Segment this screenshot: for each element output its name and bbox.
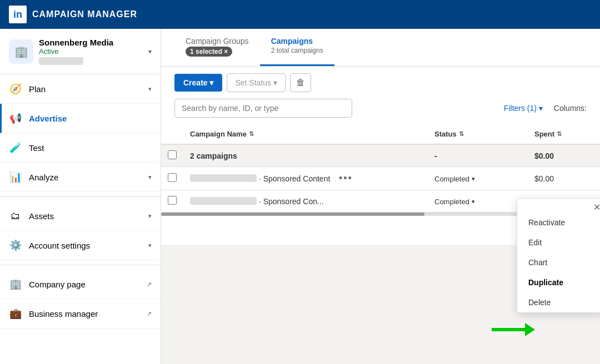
- account-id-blurred: [39, 57, 83, 65]
- row2-name-blurred: [190, 197, 257, 205]
- tab-campaigns-sub: 2 total campaigns: [271, 47, 323, 54]
- th-status[interactable]: Status ⇅: [428, 124, 528, 144]
- context-item-reactivate[interactable]: Reactivate: [517, 213, 600, 232]
- filters-label: Filters (1) ▾: [504, 104, 543, 113]
- account-name: Sonnenberg Media: [39, 38, 143, 47]
- analyze-chevron-icon: ▾: [148, 174, 152, 181]
- nav-divider-2: [0, 265, 161, 265]
- app-logo: in CAMPAIGN MANAGER: [9, 6, 137, 23]
- app-title: CAMPAIGN MANAGER: [32, 9, 137, 19]
- tab-campaign-groups[interactable]: Campaign Groups 1 selected ×: [174, 29, 260, 66]
- sidebar-item-label-plan: Plan: [29, 84, 142, 94]
- arrow-line: [492, 328, 525, 331]
- row1-status-chevron-icon[interactable]: ▾: [472, 175, 475, 183]
- toolbar: Create ▾ Set Status ▾ 🗑: [161, 67, 600, 99]
- columns-label: Columns:: [554, 104, 587, 113]
- advertise-icon: 📢: [9, 112, 22, 125]
- sidebar-item-label-business-manager: Business manager: [29, 309, 140, 318]
- plan-chevron-icon: ▾: [148, 85, 152, 93]
- business-manager-icon: 💼: [9, 307, 22, 320]
- sort-icon-spent: ⇅: [557, 130, 562, 138]
- campaign-groups-selected-badge: 1 selected ×: [186, 47, 232, 57]
- main-layout: 🏢 Sonnenberg Media Active ▾ 🧭 Plan ▾ 📢 A…: [0, 29, 600, 364]
- search-bar-row: Filters (1) ▾ Columns:: [161, 99, 600, 124]
- sidebar-item-plan[interactable]: 🧭 Plan ▾: [0, 74, 161, 104]
- row1-status-cell: Completed ▾: [428, 167, 528, 190]
- sidebar-item-label-advertise: Advertise: [29, 114, 152, 123]
- context-item-delete[interactable]: Delete: [517, 292, 600, 312]
- top-nav: in CAMPAIGN MANAGER: [0, 0, 600, 29]
- table-row: · Sponsored Content ••• Completed ▾ $0.0…: [161, 167, 600, 190]
- sidebar: 🏢 Sonnenberg Media Active ▾ 🧭 Plan ▾ 📢 A…: [0, 29, 161, 364]
- sidebar-item-assets[interactable]: 🗂 Assets ▾: [0, 201, 161, 231]
- row2-status-chevron-icon[interactable]: ▾: [472, 198, 475, 205]
- sidebar-item-test[interactable]: 🧪 Test: [0, 133, 161, 163]
- row1-spent: $0.00: [528, 167, 600, 190]
- th-checkbox: [161, 124, 183, 144]
- sidebar-item-business-manager[interactable]: 💼 Business manager ↗: [0, 299, 161, 328]
- green-arrow: [492, 323, 535, 336]
- account-status: Active: [39, 47, 143, 55]
- sidebar-item-account-settings[interactable]: ⚙️ Account settings ▾: [0, 231, 161, 260]
- create-button[interactable]: Create ▾: [174, 74, 222, 92]
- tab-campaign-groups-label: Campaign Groups: [186, 37, 249, 46]
- account-section: 🏢 Sonnenberg Media Active ▾: [0, 29, 161, 74]
- row1-checkbox[interactable]: [168, 173, 177, 182]
- account-avatar: 🏢: [9, 39, 33, 64]
- tab-campaigns[interactable]: Campaigns 2 total campaigns: [260, 29, 334, 66]
- sidebar-item-label-assets: Assets: [29, 211, 142, 221]
- th-campaign-name[interactable]: Campaign Name ⇅: [183, 124, 428, 144]
- group-row-name: 2 campaigns: [183, 144, 428, 167]
- company-page-icon: 🏢: [9, 277, 22, 291]
- account-settings-icon: ⚙️: [9, 239, 22, 252]
- row1-name-blurred: [190, 174, 257, 182]
- row1-type: · Sponsored Content: [259, 174, 330, 183]
- account-settings-chevron-icon: ▾: [148, 242, 152, 249]
- context-close-button[interactable]: ✕: [593, 202, 600, 213]
- analyze-icon: 📊: [9, 170, 22, 184]
- sidebar-item-label-company-page: Company page: [29, 280, 140, 289]
- test-icon: 🧪: [9, 141, 22, 154]
- assets-chevron-icon: ▾: [148, 213, 152, 220]
- tabs-bar: Campaign Groups 1 selected × Campaigns 2…: [161, 29, 600, 67]
- table-group-row: 2 campaigns - $0.00: [161, 144, 600, 167]
- group-checkbox[interactable]: [168, 150, 177, 159]
- row1-status-badge: Completed ▾: [434, 175, 475, 183]
- sidebar-item-advertise[interactable]: 📢 Advertise: [0, 104, 161, 133]
- set-status-button[interactable]: Set Status ▾: [227, 73, 285, 92]
- delete-icon: 🗑: [296, 78, 305, 87]
- sort-icon-name: ⇅: [249, 130, 254, 138]
- context-menu-header: ✕: [517, 199, 600, 213]
- sidebar-item-label-account-settings: Account settings: [29, 241, 142, 250]
- content-area: Campaign Groups 1 selected × Campaigns 2…: [161, 29, 600, 364]
- context-item-chart[interactable]: Chart: [517, 252, 600, 272]
- filters-button[interactable]: Filters (1) ▾: [504, 104, 543, 113]
- company-page-external-icon: ↗: [147, 281, 152, 288]
- row2-status-cell: Completed ▾: [428, 190, 528, 213]
- th-spent[interactable]: Spent ⇅: [528, 124, 600, 144]
- search-input[interactable]: [174, 99, 352, 118]
- sidebar-item-analyze[interactable]: 📊 Analyze ▾: [0, 163, 161, 192]
- row2-name-cell: · Sponsored Con...: [183, 190, 428, 213]
- sidebar-item-company-page[interactable]: 🏢 Company page ↗: [0, 270, 161, 299]
- tab-campaigns-label: Campaigns: [271, 37, 323, 46]
- account-chevron-icon[interactable]: ▾: [148, 48, 152, 55]
- sidebar-item-label-analyze: Analyze: [29, 173, 142, 182]
- plan-icon: 🧭: [9, 82, 22, 95]
- context-item-duplicate[interactable]: Duplicate: [517, 272, 600, 292]
- nav-divider-1: [0, 196, 161, 197]
- row2-type: · Sponsored Con...: [259, 197, 324, 206]
- context-item-edit[interactable]: Edit: [517, 232, 600, 252]
- account-info: Sonnenberg Media Active: [39, 38, 143, 65]
- delete-button[interactable]: 🗑: [290, 73, 311, 92]
- context-menu: ✕ Reactivate Edit Chart Duplicate Delete: [517, 198, 600, 313]
- group-row-spent: $0.00: [528, 144, 600, 167]
- business-manager-external-icon: ↗: [147, 310, 152, 317]
- assets-icon: 🗂: [9, 209, 22, 223]
- row1-name-cell: · Sponsored Content •••: [183, 167, 428, 190]
- sort-icon-status: ⇅: [459, 130, 464, 138]
- linkedin-icon: in: [9, 6, 27, 23]
- row1-more-button[interactable]: •••: [339, 173, 353, 184]
- row2-checkbox[interactable]: [168, 196, 177, 205]
- group-row-status: -: [428, 144, 528, 167]
